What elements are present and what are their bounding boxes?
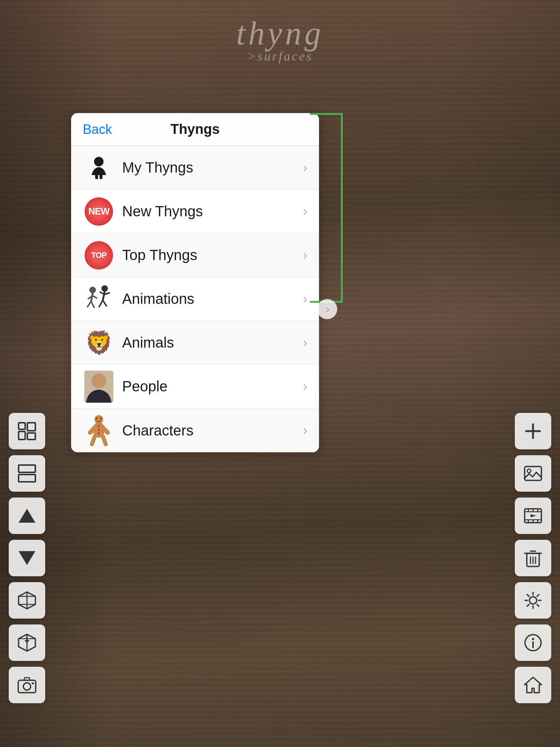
svg-point-28 — [98, 429, 100, 431]
svg-rect-52 — [525, 467, 541, 480]
svg-rect-2 — [100, 173, 102, 179]
chevron-icon: › — [303, 335, 307, 351]
my-thyngs-label: My Thyngs — [122, 159, 303, 176]
svg-point-3 — [89, 287, 96, 293]
layout-1-button[interactable] — [9, 413, 45, 449]
svg-line-11 — [99, 300, 103, 307]
back-button[interactable]: Back — [83, 122, 112, 137]
svg-rect-33 — [27, 433, 35, 440]
chevron-icon: › — [303, 423, 307, 438]
svg-line-77 — [537, 595, 539, 596]
svg-line-6 — [91, 301, 94, 307]
svg-point-9 — [101, 285, 108, 292]
svg-line-24 — [103, 436, 106, 444]
cube-button[interactable] — [9, 582, 45, 619]
animations-label: Animations — [122, 291, 303, 307]
scroll-arrow-icon: › — [326, 303, 329, 315]
menu-item-top-thyngs[interactable]: TOP Top Thyngs › — [71, 233, 319, 277]
app-subtitle: >surfaces — [247, 49, 313, 64]
svg-line-14 — [105, 293, 109, 294]
logo-area: thyng >surfaces — [0, 15, 560, 64]
svg-rect-31 — [19, 431, 25, 440]
person-icon — [83, 152, 115, 184]
top-badge-icon: TOP — [83, 239, 115, 271]
svg-point-70 — [529, 597, 537, 604]
info-button[interactable] — [515, 624, 551, 661]
layout-2-button[interactable] — [9, 455, 45, 492]
characters-label: Characters — [122, 422, 303, 439]
new-badge-icon: NEW — [83, 196, 115, 228]
menu-item-animals[interactable]: 🦁 Animals › — [71, 321, 319, 365]
svg-marker-36 — [19, 509, 35, 523]
right-toolbar — [515, 413, 551, 703]
svg-marker-37 — [19, 551, 35, 565]
brightness-button[interactable] — [515, 582, 551, 619]
svg-point-48 — [23, 683, 31, 690]
scroll-arrow[interactable]: › — [317, 299, 337, 319]
svg-line-12 — [103, 300, 106, 306]
chevron-icon: › — [303, 248, 307, 263]
svg-point-27 — [98, 425, 100, 427]
svg-rect-35 — [19, 475, 35, 482]
animations-icon — [83, 283, 115, 315]
chevron-icon: › — [303, 379, 307, 394]
menu-item-new-thyngs[interactable]: NEW New Thyngs › — [71, 190, 319, 233]
svg-point-29 — [98, 432, 100, 434]
menu-item-characters[interactable]: Characters › — [71, 409, 319, 452]
left-toolbar — [9, 413, 45, 703]
menu-panel: Back Thyngs My Thyngs › NEW New Thyngs ›… — [71, 113, 319, 452]
svg-point-53 — [527, 469, 531, 473]
chevron-icon: › — [303, 160, 307, 175]
arrow-up-button[interactable] — [9, 498, 45, 534]
svg-point-0 — [94, 157, 104, 166]
people-icon — [83, 371, 115, 403]
svg-rect-49 — [32, 682, 34, 684]
image-button[interactable] — [515, 455, 551, 492]
svg-point-26 — [100, 418, 102, 419]
svg-rect-34 — [19, 465, 35, 472]
svg-line-76 — [537, 604, 539, 606]
animals-label: Animals — [122, 334, 303, 351]
svg-rect-47 — [18, 680, 36, 693]
svg-line-8 — [93, 296, 97, 298]
top-thyngs-label: Top Thyngs — [122, 247, 303, 263]
svg-marker-82 — [525, 677, 541, 693]
menu-title: Thyngs — [170, 121, 219, 137]
menu-item-animations[interactable]: Animations › — [71, 277, 319, 321]
svg-rect-1 — [95, 173, 98, 179]
svg-line-23 — [92, 436, 95, 444]
svg-rect-32 — [27, 423, 35, 431]
chevron-icon: › — [303, 291, 307, 307]
characters-icon — [83, 414, 115, 446]
svg-line-5 — [88, 301, 91, 307]
svg-point-80 — [532, 638, 534, 640]
app-logo: thyng — [236, 15, 324, 52]
svg-line-75 — [527, 595, 529, 596]
animals-icon: 🦁 — [83, 327, 115, 359]
menu-item-people[interactable]: People › — [71, 365, 319, 409]
menu-header: Back Thyngs — [71, 113, 319, 146]
chevron-icon: › — [303, 204, 307, 219]
home-button[interactable] — [515, 667, 551, 703]
svg-rect-30 — [19, 423, 25, 429]
arrow-down-button[interactable] — [9, 540, 45, 576]
svg-marker-63 — [530, 514, 536, 517]
download-button[interactable] — [9, 624, 45, 661]
svg-point-25 — [96, 418, 98, 419]
svg-line-78 — [527, 604, 529, 606]
people-label: People — [122, 378, 303, 395]
new-thyngs-label: New Thyngs — [122, 203, 303, 220]
camera-button[interactable] — [9, 667, 45, 703]
add-button[interactable] — [515, 413, 551, 449]
trash-button[interactable] — [515, 540, 551, 576]
film-button[interactable] — [515, 498, 551, 534]
menu-item-my-thyngs[interactable]: My Thyngs › — [71, 146, 319, 190]
